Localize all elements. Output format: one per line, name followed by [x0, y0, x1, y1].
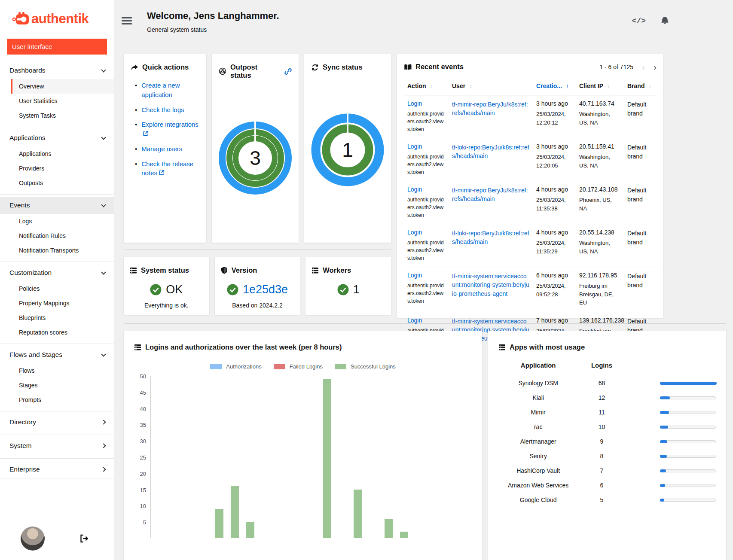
sort-icon[interactable]: ↕ — [430, 83, 433, 89]
events-column-user[interactable]: User↕ — [449, 78, 533, 95]
events-column-action[interactable]: Action↕ — [404, 78, 449, 95]
event-action-link[interactable]: Login — [407, 272, 422, 279]
divider — [124, 250, 391, 250]
event-action-link[interactable]: Login — [407, 317, 422, 324]
apps-usage-title: Apps with most usage — [510, 343, 585, 351]
sidebar-item-applications[interactable]: Applications — [0, 146, 114, 161]
sidebar-group-dashboards[interactable]: Dashboards — [0, 62, 114, 79]
sidebar-group: System — [0, 435, 114, 458]
event-user-link[interactable]: tf-mimir-repo:BeryJu/k8s:ref:refs/heads/… — [452, 100, 529, 118]
sidebar-item-property-mappings[interactable]: Property Mappings — [0, 296, 114, 310]
version-value-link[interactable]: 1e25d3e — [243, 283, 288, 296]
app-usage-row: Alertmanager9 — [498, 434, 716, 449]
usage-bar-track — [660, 455, 716, 458]
sidebar-item-policies[interactable]: Policies — [0, 281, 114, 296]
app-logins: 12 — [578, 390, 625, 405]
quick-action-link-manage-users[interactable]: Manage users — [141, 145, 182, 152]
logout-icon[interactable] — [79, 534, 89, 543]
sidebar-group-enterprise[interactable]: Enterprise — [0, 461, 114, 478]
sidebar-item-notification-transports[interactable]: Notification Transports — [0, 243, 114, 258]
events-column-creatio-[interactable]: Creatio...↑ — [533, 78, 576, 95]
sidebar-item-overview[interactable]: Overview — [11, 79, 114, 94]
legend-item-failed-logins: Failed Logins — [274, 363, 323, 370]
sort-icon[interactable]: ↕ — [648, 83, 651, 89]
app-usage-row: HashiCorp Vault7 — [498, 463, 716, 478]
sort-icon[interactable]: ↕ — [469, 83, 472, 89]
sidebar-group-label: Dashboards — [9, 67, 46, 74]
sidebar-item-providers[interactable]: Providers — [0, 161, 114, 176]
event-client-ip-cell: 40.71.163.74Washington, US, NA — [576, 95, 624, 138]
event-time-absolute: 25/03/2024, 11:35:38 — [536, 196, 572, 213]
sidebar-item-notification-rules[interactable]: Notification Rules — [0, 228, 114, 243]
sidebar-item-system-tasks[interactable]: System Tasks — [0, 108, 114, 123]
events-column-label: Action — [407, 82, 426, 89]
usage-bar-track — [660, 440, 716, 443]
legend-label: Failed Logins — [290, 363, 323, 370]
chart-legend: AuthorizationsFailed LoginsSuccessful Lo… — [134, 363, 472, 370]
quick-action-link-check-the-release-notes[interactable]: Check the release notes — [141, 160, 193, 177]
app-usage-row: Sentry8 — [498, 449, 716, 463]
pagination-next-icon[interactable]: › — [654, 62, 657, 71]
check-circle-icon — [337, 284, 349, 295]
app-usage-bar-cell — [626, 449, 716, 463]
app-logins: 7 — [578, 463, 625, 478]
quick-action-link-check-the-logs[interactable]: Check the logs — [141, 106, 184, 113]
sidebar-group-directory[interactable]: Directory — [0, 414, 114, 431]
event-time-relative: 4 hours ago — [536, 229, 572, 236]
check-circle-icon — [150, 284, 162, 295]
apps-usage-table: Application Logins Synology DSM68Kiali12… — [498, 362, 716, 507]
usage-bar-fill — [660, 426, 668, 429]
sidebar-group: EventsLogsNotification RulesNotification… — [0, 194, 114, 262]
quick-actions-title: Quick actions — [142, 63, 189, 71]
sidebar-group-system[interactable]: System — [0, 437, 114, 454]
version-description: Based on 2024.2.2 — [221, 302, 294, 309]
sidebar-group-label: Applications — [9, 134, 46, 142]
sidebar-item-reputation-scores[interactable]: Reputation scores — [0, 325, 114, 340]
sidebar-group-events[interactable]: Events — [0, 197, 114, 214]
event-user-link[interactable]: tf-loki-repo:BeryJu/k8s:ref:refs/heads/m… — [452, 229, 529, 247]
app-usage-bar-cell — [626, 478, 716, 493]
app-logins: 11 — [578, 405, 625, 420]
link-icon[interactable] — [284, 68, 292, 75]
event-user-link[interactable]: tf-mimir-repo:BeryJu/k8s:ref:refs/heads/… — [452, 186, 529, 204]
sidebar-item-blueprints[interactable]: Blueprints — [0, 310, 114, 325]
topbar: Welcome, Jens Langhammer. General system… — [114, 0, 733, 44]
event-action-link[interactable]: Login — [407, 100, 422, 107]
event-user-link[interactable]: tf-mimir-system:serviceaccount:monitorin… — [452, 272, 529, 298]
quick-action-link-explore-integrations[interactable]: Explore integrations — [141, 121, 199, 128]
chart-bar — [354, 490, 362, 538]
bell-icon[interactable] — [660, 16, 669, 25]
sidebar-group-applications[interactable]: Applications — [0, 129, 114, 146]
external-link-icon — [159, 170, 164, 175]
sidebar-item-flows[interactable]: Flows — [0, 363, 114, 378]
app-name: Google Cloud — [498, 493, 578, 507]
brand-name: authentik — [31, 11, 89, 27]
app-logins: 8 — [578, 449, 625, 463]
event-action-link[interactable]: Login — [407, 186, 422, 193]
quick-action-link-create-a-new-application[interactable]: Create a new application — [141, 82, 180, 98]
sidebar-group-flows-and-stages[interactable]: Flows and Stages — [0, 346, 114, 363]
sidebar-item-outposts[interactable]: Outposts — [0, 176, 114, 190]
hamburger-menu-icon[interactable] — [122, 17, 132, 26]
events-column-client-ip[interactable]: Client IP↕ — [576, 78, 624, 95]
event-user-link[interactable]: tf-loki-repo:BeryJu/k8s:ref:refs/heads/m… — [452, 143, 529, 161]
events-column-brand[interactable]: Brand↕ — [624, 78, 657, 95]
sidebar-item-prompts[interactable]: Prompts — [0, 393, 114, 407]
app-logins: 6 — [578, 478, 625, 493]
event-action-link[interactable]: Login — [407, 229, 422, 236]
user-interface-button[interactable]: User interface — [7, 39, 107, 55]
server-icon — [312, 267, 319, 274]
sidebar-item-user-statistics[interactable]: User Statistics — [0, 94, 114, 108]
sidebar-group-customization[interactable]: Customization — [0, 264, 114, 281]
sort-icon[interactable]: ↕ — [607, 83, 610, 89]
avatar[interactable] — [21, 527, 45, 551]
pagination-prev-icon[interactable]: ‹ — [642, 62, 645, 71]
api-code-icon[interactable]: </> — [632, 17, 646, 25]
sidebar-item-stages[interactable]: Stages — [0, 378, 114, 393]
outpost-status-value: 3 — [250, 147, 261, 169]
sidebar-item-logs[interactable]: Logs — [0, 214, 114, 228]
chart-bar — [246, 522, 254, 538]
event-action-link[interactable]: Login — [407, 143, 422, 150]
sort-asc-icon[interactable]: ↑ — [566, 82, 569, 89]
legend-swatch — [210, 364, 222, 369]
